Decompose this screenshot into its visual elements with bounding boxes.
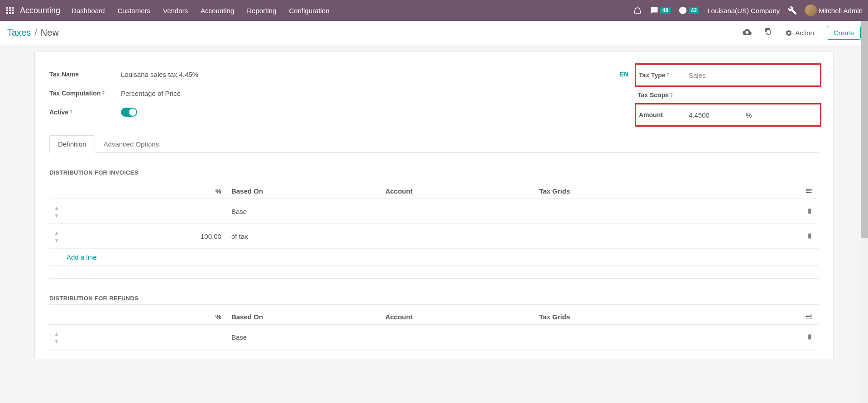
label-amount: Amount: [639, 111, 689, 119]
debug-icon[interactable]: [788, 6, 797, 15]
add-line-row: Add a line: [49, 249, 819, 266]
brand[interactable]: Accounting: [20, 6, 60, 15]
table-row[interactable]: ▲▼ Base: [49, 325, 819, 350]
user-menu[interactable]: Mitchell Admin: [805, 5, 863, 16]
scrollbar-thumb[interactable]: [861, 21, 868, 238]
drag-handle-icon[interactable]: ▲▼: [54, 230, 59, 244]
value-tax-computation[interactable]: Percentage of Price: [121, 90, 638, 97]
cloud-upload-icon[interactable]: [743, 28, 752, 38]
messages-tray[interactable]: 48: [650, 6, 671, 14]
nav-menu: Dashboard Customers Vendors Accounting R…: [72, 7, 329, 14]
col-tax-grids: Tax Grids: [535, 184, 801, 199]
drag-handle-icon[interactable]: ▲▼: [54, 331, 59, 345]
cell-account[interactable]: [381, 199, 535, 224]
section-refunds-title: DISTRIBUTION FOR REFUNDS: [49, 295, 819, 305]
form-right-col: Tax Type? Sales Tax Scope? Amount 4.4500…: [638, 65, 819, 125]
col-tax-grids: Tax Grids: [535, 309, 801, 325]
cell-account[interactable]: [381, 224, 535, 249]
label-tax-name: Tax Name: [49, 71, 121, 78]
breadcrumb-root[interactable]: Taxes: [7, 28, 31, 38]
apps-icon[interactable]: [5, 6, 14, 15]
trash-icon[interactable]: [806, 333, 813, 341]
cell-based-on[interactable]: Base: [227, 199, 381, 224]
form-tabs: Definition Advanced Options: [49, 135, 819, 153]
col-based-on: Based On: [227, 184, 381, 199]
col-account: Account: [381, 184, 535, 199]
value-amount[interactable]: 4.4500: [689, 111, 710, 119]
drag-handle-icon[interactable]: ▲▼: [54, 205, 59, 219]
action-button[interactable]: Action: [785, 29, 814, 37]
lang-tag[interactable]: EN: [620, 71, 628, 78]
label-tax-computation: Tax Computation?: [49, 90, 121, 97]
cell-grids[interactable]: [535, 199, 801, 224]
cell-pct[interactable]: 100.00: [64, 224, 227, 249]
col-pct: %: [64, 309, 227, 325]
svg-point-8: [806, 316, 808, 318]
trash-icon[interactable]: [806, 232, 813, 240]
help-icon[interactable]: ?: [102, 91, 105, 96]
form-header-row: Tax Name Louisana sales tax 4.45% EN Tax…: [49, 65, 819, 125]
menu-accounting[interactable]: Accounting: [201, 7, 234, 14]
controlbar-right: Action Create: [743, 26, 861, 40]
options-icon[interactable]: [805, 313, 812, 321]
cell-grids[interactable]: [535, 224, 801, 249]
menu-dashboard[interactable]: Dashboard: [72, 7, 105, 14]
table-header: % Based On Account Tax Grids: [49, 309, 819, 325]
breadcrumb: Taxes / New: [7, 28, 59, 38]
tab-definition[interactable]: Definition: [49, 135, 95, 153]
svg-point-6: [810, 192, 812, 193]
menu-configuration[interactable]: Configuration: [289, 7, 329, 14]
cell-based-on[interactable]: Base: [227, 325, 381, 350]
invoices-table: % Based On Account Tax Grids ▲▼ Base: [49, 184, 819, 279]
cell-grids[interactable]: [535, 325, 801, 350]
company-name: Louisana(US) Company: [707, 7, 780, 14]
add-line-link[interactable]: Add a line: [67, 253, 97, 261]
topbar: Accounting Dashboard Customers Vendors A…: [0, 0, 868, 21]
menu-reporting[interactable]: Reporting: [247, 7, 276, 14]
options-icon[interactable]: [805, 187, 812, 195]
active-toggle[interactable]: [121, 108, 137, 117]
scrollbar[interactable]: [861, 21, 868, 373]
svg-point-7: [810, 314, 812, 316]
field-active: Active?: [49, 103, 638, 122]
help-icon[interactable]: ?: [670, 93, 673, 98]
cell-based-on[interactable]: of tax: [227, 224, 381, 249]
svg-rect-0: [634, 11, 635, 14]
company-switcher[interactable]: Louisana(US) Company: [707, 7, 780, 14]
label-active: Active?: [49, 109, 121, 116]
value-active: [121, 108, 638, 117]
menu-customers[interactable]: Customers: [117, 7, 150, 14]
highlight-tax-type: Tax Type? Sales: [635, 63, 821, 87]
activities-tray[interactable]: 42: [679, 6, 699, 14]
svg-point-5: [806, 190, 808, 192]
refunds-table: % Based On Account Tax Grids ▲▼ Base: [49, 309, 819, 350]
avatar: [805, 5, 817, 16]
cell-pct[interactable]: [64, 199, 227, 224]
activities-badge: 42: [689, 7, 699, 14]
col-based-on: Based On: [227, 309, 381, 325]
label-tax-type: Tax Type?: [639, 71, 689, 79]
tab-advanced[interactable]: Advanced Options: [95, 135, 168, 152]
table-row[interactable]: ▲▼ 100.00 of tax: [49, 224, 819, 249]
label-tax-scope: Tax Scope?: [638, 91, 687, 99]
username: Mitchell Admin: [819, 7, 863, 14]
svg-rect-2: [635, 13, 640, 14]
trash-icon[interactable]: [806, 208, 813, 215]
svg-rect-1: [640, 11, 641, 14]
help-icon[interactable]: ?: [70, 110, 72, 115]
value-tax-type[interactable]: Sales: [689, 71, 817, 79]
field-tax-type: Tax Type? Sales: [639, 66, 817, 85]
table-header: % Based On Account Tax Grids: [49, 184, 819, 199]
menu-vendors[interactable]: Vendors: [163, 7, 188, 14]
discard-icon[interactable]: [764, 28, 772, 38]
spacer-row: [49, 266, 819, 279]
table-row[interactable]: ▲▼ Base: [49, 199, 819, 224]
help-icon[interactable]: ?: [667, 73, 670, 78]
value-tax-name[interactable]: Louisana sales tax 4.45%: [121, 71, 620, 78]
breadcrumb-sep: /: [34, 28, 37, 38]
support-icon[interactable]: [633, 6, 642, 14]
create-button[interactable]: Create: [827, 26, 861, 40]
cell-account[interactable]: [381, 325, 535, 350]
highlight-amount: Amount 4.4500 %: [635, 103, 821, 127]
cell-pct[interactable]: [64, 325, 227, 350]
